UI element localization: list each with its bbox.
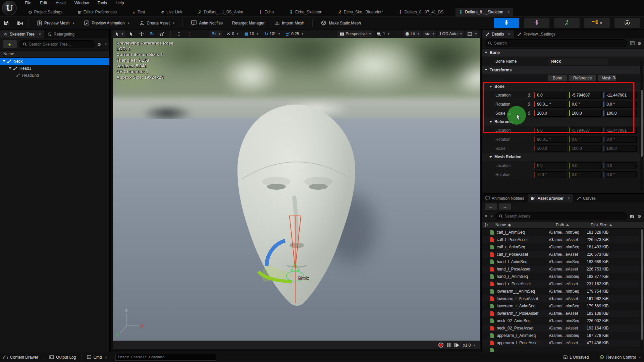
create-asset-button[interactable]: Create Asset▾ [136,18,178,28]
gear-icon[interactable]: ⚙ [637,214,641,219]
revision-control-button[interactable]: Revision Control ▾ [600,355,641,360]
grid-snap-button[interactable]: ▦ 10▾ [243,31,260,37]
pause-button[interactable] [447,343,450,347]
animation-mode-button[interactable] [554,18,580,28]
tab-curves[interactable]: Curves [573,194,599,202]
table-row[interactable]: lowerarm_r_AnimSeq/Game/...nimSeq179.669… [482,302,644,310]
table-row[interactable]: lowerarm_l_PoseAsset/Game/...eAsset191.9… [482,295,644,302]
unsaved-assets-button[interactable]: 1 Unsaved [563,355,589,360]
scale-z-field[interactable]: 100.0 [603,110,637,117]
close-tab-icon[interactable]: × [568,196,570,201]
tree-row-head1[interactable]: Head1 [0,65,109,72]
tab-retargeting[interactable]: Retargeting [44,30,78,38]
scale-y-field[interactable]: 100.0 [569,110,602,117]
blueprint-mode-button[interactable]: ∗ [584,18,610,28]
gear-icon[interactable]: ⚙ [637,41,641,46]
bone-space-button[interactable]: Bone [548,75,567,82]
show-flags-button[interactable]: ▾ [423,31,436,37]
bone-draw-button[interactable] [175,31,183,37]
tab-details[interactable]: Details × [482,30,514,38]
tab-editor-preferences[interactable]: Editor Preferences [74,8,120,16]
preview-viewport[interactable]: ▾ ↻ ⋮ ↻▾ 0▾ ▦ 10▾ ↻ 10°▾ 0.25▾ Perspecti [111,29,481,352]
tab-echo[interactable]: Echo [255,8,277,16]
tab-asset-browser[interactable]: Asset Browser × [528,194,573,202]
skeleton-mode-button[interactable] [494,18,519,28]
tree-row-headend[interactable]: HeadEnd [0,72,109,79]
asset-search-input[interactable] [505,214,624,219]
perspective-button[interactable]: Perspective▾ [337,31,373,37]
scale-tool-button[interactable] [158,31,166,37]
table-row[interactable]: hand_l_AnimSeq/Game/...nimSeq183.689 KiB [482,258,644,265]
rotation-snap-button[interactable]: ↻ 10°▾ [262,31,282,37]
menu-asset[interactable]: Asset [56,1,66,5]
scrollbar-thumb[interactable] [641,90,643,157]
transforms-section-header[interactable]: Transforms [482,66,644,74]
translate-tool-button[interactable] [137,31,146,37]
column-header-name[interactable]: Name [491,223,553,227]
table-row[interactable] [482,347,644,352]
lod-button[interactable]: LOD Auto▾ [438,31,464,37]
table-row[interactable]: hand_l_PoseAsset/Game/...eAsset226.753 K… [482,265,644,273]
import-mesh-button[interactable]: Import Mesh [271,18,308,28]
expand-arrow-icon[interactable] [9,67,11,69]
hierarchy-icon[interactable] [482,223,491,227]
close-tab-icon[interactable]: × [508,32,511,37]
gear-icon[interactable]: ⚙ [97,42,101,47]
table-row[interactable]: neck_02_PoseAsset/Game/...eAsset193.164 … [482,324,644,332]
display-options-icon[interactable] [630,41,635,45]
menu-help[interactable]: Help [116,1,124,5]
expand-arrow-icon[interactable] [3,60,5,62]
scale-snap-button[interactable]: 0.25▾ [284,31,305,37]
viewport-options-button[interactable]: ▾ [113,31,125,37]
table-row[interactable]: upperarm_l_PoseAsset/Game/...eAsset471.4… [482,339,644,347]
camera-speed-button[interactable]: 1▾ [375,31,391,37]
asset-list-scrollbar[interactable] [640,229,643,351]
reference-group-header[interactable]: Reference [482,118,644,126]
filter-icon[interactable]: ≡ [485,214,487,219]
tab-dollars-bs-anim[interactable]: Dollars_...1_BS_Anim [194,8,246,16]
tab-animation-notifies[interactable]: Animation Notifies [482,194,528,202]
unlocked-icon[interactable] [507,111,511,115]
add-bone-button[interactable]: + [3,40,17,48]
chevron-down-icon[interactable]: ▾ [105,43,107,46]
select-tool-button[interactable] [127,31,135,37]
tab-live-link[interactable]: Live Link [157,8,185,16]
bone-name-field[interactable] [548,58,608,65]
menu-edit[interactable]: Edit [40,1,47,5]
location-x-field[interactable]: 0.0 [534,92,567,99]
save-icon[interactable] [3,20,9,26]
name-column-header[interactable]: Name [0,50,109,58]
viewport-render-area[interactable]: Neck Z X Y Previewing Reference Pose LOD… [113,38,480,341]
make-static-mesh-button[interactable]: Make Static Mesh [317,18,364,28]
playback-speed-button[interactable]: x1.0▾ [463,343,475,348]
location-z-field[interactable]: -11.447901 [603,92,637,99]
asset-search[interactable] [495,212,627,220]
output-log-button[interactable]: Output Log [49,355,76,360]
table-row[interactable]: calf_r_AnimSeq/Game/...nimSeq181.493 KiB [482,243,644,251]
table-row[interactable]: lowerarm_r_PoseAsset/Game/...eAsset193.1… [482,310,644,317]
skeleton-tree-search[interactable] [19,40,95,48]
details-search[interactable] [485,39,627,47]
screenshot-button[interactable]: ▾ [466,31,479,37]
table-row[interactable]: upperarm_l_AnimSeq/Game/...nimSeq197.278… [482,332,644,339]
tab-test[interactable]: ▲ Test [129,8,148,16]
playback-timeline[interactable]: x1.0▾ [113,341,480,349]
chevron-down-icon[interactable]: ▾ [491,215,493,218]
tab-skeleton-tree[interactable]: Skeleton Tree × [0,30,44,38]
more-options-icon[interactable]: ⋮ [185,31,193,37]
reference-space-button[interactable]: Reference [568,75,597,82]
table-row[interactable]: hand_r_PoseAsset/Game/...eAsset231.162 K… [482,280,644,288]
menu-window[interactable]: Window [74,1,89,5]
back-button[interactable]: ← [485,203,497,210]
rotation-x-field[interactable]: 90.0... ° [534,101,567,108]
browse-to-asset-icon[interactable] [17,20,23,26]
content-drawer-button[interactable]: Content Drawer [3,355,38,360]
console-command-bar[interactable] [115,354,216,361]
scale-x-field[interactable]: 100.0 [534,110,567,117]
details-search-input[interactable] [494,41,624,46]
rotation-space-button[interactable]: ↻▾ [210,31,222,37]
table-row[interactable]: calf_l_PoseAsset/Game/...eAsset226.573 K… [482,236,644,243]
bone-section-header[interactable]: Bone [482,48,644,56]
bone-group-header[interactable]: Bone [482,82,644,90]
table-row[interactable]: lowerarm_l_AnimSeq/Game/...nimSeq179.754… [482,288,644,295]
